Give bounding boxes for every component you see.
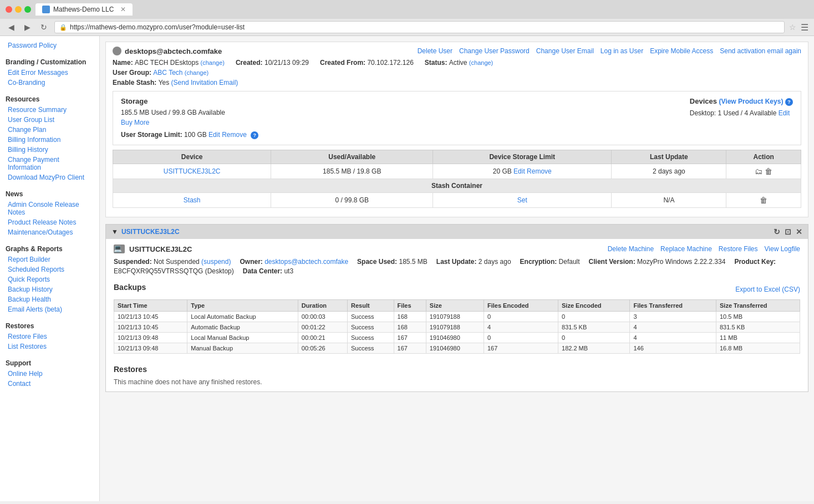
owner-link[interactable]: desktops@abctech.comfake [264, 258, 348, 266]
device-panel-header: ▼ USITTUCKEJ3L2C ↻ ⊡ ✕ [106, 225, 808, 239]
space-used-info: Space Used: 185.5 MB [357, 258, 428, 266]
buy-more-link[interactable]: Buy More [121, 119, 149, 126]
sidebar-item-admin-console[interactable]: Admin Console Release Notes [0, 200, 99, 217]
sidebar-item-list-restores[interactable]: List Restores [0, 342, 99, 352]
sidebar-item-billing-info[interactable]: Billing Information [0, 135, 99, 145]
table-row: 10/21/13 09:48Local Manual Backup00:00:2… [114, 333, 800, 343]
browser-tab[interactable]: Mathews-Demo LLC ✕ [35, 3, 133, 16]
refresh-panel-icon[interactable]: ↻ [774, 227, 780, 236]
login-as-user-link[interactable]: Log in as User [601, 47, 643, 55]
suspended-info: Suspended: Not Suspended (suspend) [114, 258, 231, 266]
view-logfile-link[interactable]: View Logfile [765, 245, 801, 253]
suspend-link[interactable]: (suspend) [201, 258, 231, 266]
sidebar-item-change-payment[interactable]: Change Payment Information [0, 155, 99, 172]
change-password-link[interactable]: Change User Password [459, 47, 530, 55]
stash-link[interactable]: Stash [184, 196, 201, 204]
device-limit-cell: 20 GB Edit Remove [433, 164, 612, 179]
send-activation-link[interactable]: Send activation email again [720, 47, 801, 55]
folder-icon[interactable]: 🗂 [755, 167, 762, 176]
change-email-link[interactable]: Change User Email [536, 47, 594, 55]
device-link[interactable]: USITTUCKEJ3L2C [164, 167, 221, 175]
sidebar-item-change-plan[interactable]: Change Plan [0, 125, 99, 135]
app-layout: Password Policy Branding / Customization… [0, 36, 814, 501]
sidebar-item-billing-history[interactable]: Billing History [0, 145, 99, 155]
stash-row: Stash 0 / 99.8 GB Set N/A 🗑 [113, 193, 801, 208]
edit-storage-limit-link[interactable]: Edit [208, 131, 220, 139]
product-keys-help-icon[interactable]: ? [785, 98, 793, 106]
tab-close-icon[interactable]: ✕ [120, 6, 126, 13]
device-table: Device Used/Available Device Storage Lim… [113, 150, 801, 208]
sidebar-item-email-alerts[interactable]: Email Alerts (beta) [0, 304, 99, 314]
sidebar-item-report-builder[interactable]: Report Builder [0, 254, 99, 264]
sidebar-item-download-client[interactable]: Download MozyPro Client [0, 172, 99, 182]
last-update-value: 2 days ago [479, 258, 511, 266]
forward-button[interactable]: ▶ [22, 22, 33, 33]
sidebar-item-restore-files[interactable]: Restore Files [0, 332, 99, 342]
device-update-cell: 2 days ago [612, 164, 726, 179]
address-bar[interactable]: 🔒 https://mathews-demo.mozypro.com/user?… [54, 21, 785, 33]
resize-panel-icon[interactable]: ⊡ [785, 227, 791, 236]
close-panel-icon[interactable]: ✕ [796, 227, 802, 236]
edit-devices-link[interactable]: Edit [779, 109, 790, 117]
stash-trash-icon[interactable]: 🗑 [760, 196, 767, 205]
name-change-link[interactable]: (change) [201, 59, 225, 66]
col-used-available: Used/Available [271, 150, 433, 164]
stash-name-cell: Stash [113, 193, 271, 208]
restores-section: Restores This machine does not have any … [114, 365, 800, 386]
device-panel-title-link[interactable]: USITTUCKEJ3L2C [121, 228, 180, 236]
stash-invitation-link[interactable]: (Send Invitation Email) [171, 79, 238, 86]
bookmark-icon[interactable]: ☆ [789, 23, 796, 32]
collapse-icon[interactable]: ▼ [111, 228, 118, 236]
delete-user-link[interactable]: Delete User [418, 47, 452, 55]
maximize-dot[interactable] [24, 6, 31, 13]
client-version-value: MozyPro Windows 2.22.2.334 [637, 258, 725, 266]
sidebar-item-resource-summary[interactable]: Resource Summary [0, 105, 99, 115]
device-id-value: E8CFQXR9Q55VTRSSQTQG (Desktop) [114, 267, 234, 275]
created-from-label: Created From: 70.102.172.126 [320, 59, 414, 67]
storage-used-value: 185.5 MB Used / 99.8 GB Available [121, 109, 225, 116]
sidebar-item-online-help[interactable]: Online Help [0, 369, 99, 379]
created-from-value: 70.102.172.126 [367, 59, 413, 67]
menu-icon[interactable]: ☰ [801, 22, 808, 33]
sidebar-item-maintenance[interactable]: Maintenance/Outages [0, 227, 99, 237]
device-edit-link[interactable]: Edit [513, 167, 525, 175]
replace-machine-link[interactable]: Replace Machine [660, 245, 712, 253]
sidebar-item-password-policy[interactable]: Password Policy [0, 40, 99, 50]
remove-storage-limit-link[interactable]: Remove [222, 131, 247, 139]
delete-machine-link[interactable]: Delete Machine [608, 245, 654, 253]
device-computer-icon: 💻 [114, 245, 125, 253]
sidebar-item-cobranding[interactable]: Co-Branding [0, 78, 99, 88]
close-dot[interactable] [6, 6, 12, 13]
group-change-link[interactable]: (change) [185, 69, 208, 76]
sidebar-item-scheduled-reports[interactable]: Scheduled Reports [0, 264, 99, 274]
url-text: https://mathews-demo.mozypro.com/user?mo… [70, 23, 245, 31]
export-csv-link[interactable]: Export to Excel (CSV) [735, 286, 800, 293]
sidebar-item-user-group-list[interactable]: User Group List [0, 115, 99, 125]
stash-set-link[interactable]: Set [517, 196, 527, 204]
refresh-button[interactable]: ↻ [38, 22, 50, 33]
trash-icon[interactable]: 🗑 [765, 167, 772, 176]
created-value: 10/21/13 09:29 [264, 59, 309, 67]
backups-section: Backups Export to Excel (CSV) Start Time… [114, 283, 800, 354]
data-center-info: Data Center: ut3 [243, 267, 293, 275]
sidebar-item-backup-history[interactable]: Backup History [0, 284, 99, 294]
storage-section: Storage 185.5 MB Used / 99.8 GB Availabl… [121, 97, 225, 126]
back-button[interactable]: ◀ [6, 22, 17, 33]
restore-files-link[interactable]: Restore Files [719, 245, 758, 253]
col-result: Result [347, 300, 394, 312]
sidebar-item-product-release[interactable]: Product Release Notes [0, 217, 99, 227]
expire-mobile-link[interactable]: Expire Mobile Access [650, 47, 713, 55]
storage-limit-help-icon[interactable]: ? [251, 131, 258, 139]
sidebar-item-quick-reports[interactable]: Quick Reports [0, 274, 99, 284]
minimize-dot[interactable] [15, 6, 22, 13]
group-link[interactable]: ABC Tech [153, 69, 182, 77]
sidebar-item-edit-error[interactable]: Edit Error Messages [0, 68, 99, 78]
sidebar-graphs-title: Graphs & Reports [0, 241, 99, 254]
view-product-keys-link[interactable]: (View Product Keys) [719, 98, 784, 105]
device-remove-link[interactable]: Remove [527, 167, 552, 175]
stash-used-cell: 0 / 99.8 GB [271, 193, 433, 208]
sidebar-item-contact[interactable]: Contact [0, 379, 99, 389]
ssl-lock-icon: 🔒 [59, 24, 67, 31]
sidebar-item-backup-health[interactable]: Backup Health [0, 294, 99, 304]
status-change-link[interactable]: (change) [469, 59, 493, 66]
